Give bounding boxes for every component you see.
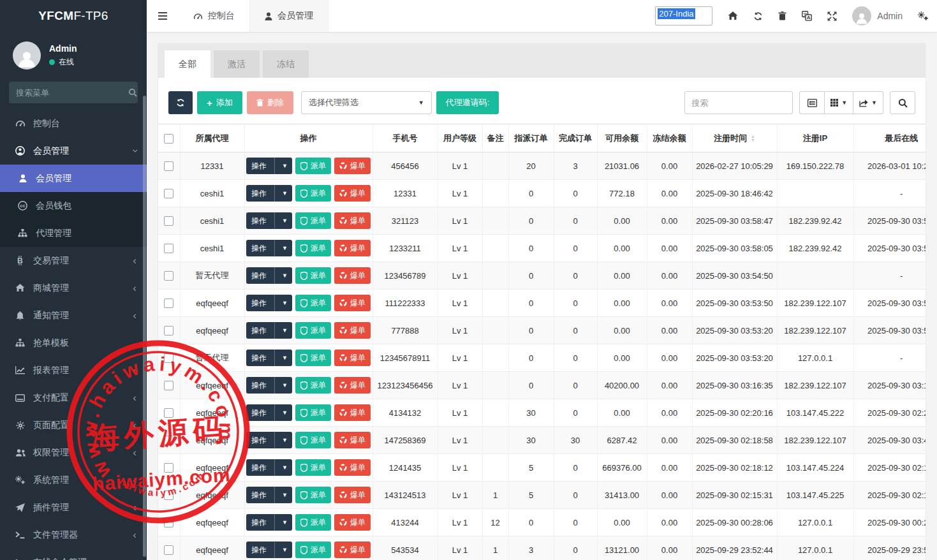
burst-order-button[interactable]: 爆单 [334,185,371,202]
operate-dropdown-button[interactable]: 操作▼ [246,267,292,284]
row-checkbox[interactable] [164,490,173,500]
operate-dropdown-button[interactable]: 操作▼ [246,158,292,174]
hamburger-icon[interactable] [147,11,179,20]
burst-order-button[interactable]: 爆单 [334,295,371,311]
column-header[interactable]: 注册时间▲▼ [692,124,777,152]
operate-dropdown-button[interactable]: 操作▼ [246,350,292,366]
row-checkbox[interactable] [164,161,173,171]
sidebar-item[interactable]: 权限管理‹ [0,439,147,466]
columns-button[interactable]: ▼ [825,91,853,114]
operate-dropdown-button[interactable]: 操作▼ [246,487,292,503]
invite-code-button[interactable]: 代理邀请码: [436,91,499,114]
tab-dashboard[interactable]: 控制台 [179,0,249,32]
row-checkbox[interactable] [164,545,173,555]
dispatch-order-button[interactable]: 派单 [295,487,331,503]
operate-dropdown-button[interactable]: 操作▼ [246,240,292,256]
sidebar-item[interactable]: 会员管理‹ [0,137,147,165]
operate-dropdown-button[interactable]: 操作▼ [246,459,292,476]
burst-order-button[interactable]: 爆单 [334,240,371,256]
tab-frozen[interactable]: 冻结 [263,50,309,78]
detail-view-button[interactable] [799,91,825,114]
trash-icon[interactable] [778,11,786,20]
burst-order-button[interactable]: 爆单 [334,404,371,421]
dispatch-order-button[interactable]: 派单 [295,432,331,448]
search-icon[interactable] [128,88,137,97]
burst-order-button[interactable]: 爆单 [334,267,371,284]
sidebar-item[interactable]: 控制台 [0,110,147,137]
refresh-button[interactable] [168,91,193,114]
operate-dropdown-button[interactable]: 操作▼ [246,542,292,558]
tab-active[interactable]: 激活 [214,50,260,78]
row-checkbox[interactable] [164,189,173,198]
dispatch-order-button[interactable]: 派单 [295,158,331,174]
burst-order-button[interactable]: 爆单 [334,377,371,394]
agent-filter-select[interactable]: 选择代理筛选 ▼ [301,91,432,114]
search-button[interactable] [890,91,915,114]
row-checkbox[interactable] [164,271,173,281]
dispatch-order-button[interactable]: 派单 [295,212,331,229]
sidebar-item[interactable]: 插件管理‹ [0,494,147,521]
dispatch-order-button[interactable]: 派单 [295,377,331,394]
add-button[interactable]: + 添加 [197,91,242,114]
operate-dropdown-button[interactable]: 操作▼ [246,322,292,339]
row-checkbox[interactable] [164,244,173,253]
row-checkbox[interactable] [164,518,173,527]
tab-all[interactable]: 全部 [165,50,210,78]
row-checkbox[interactable] [164,436,173,445]
quick-search-input[interactable]: 207-India [655,6,712,26]
dispatch-order-button[interactable]: 派单 [295,185,331,202]
row-checkbox[interactable] [164,353,173,363]
row-checkbox[interactable] [164,381,173,390]
dispatch-order-button[interactable]: 派单 [295,350,331,366]
operate-dropdown-button[interactable]: 操作▼ [246,514,292,531]
refresh-icon[interactable] [753,11,763,21]
row-checkbox[interactable] [164,463,173,473]
fullscreen-icon[interactable] [827,11,837,21]
row-checkbox[interactable] [164,408,173,418]
table-search-input[interactable] [684,91,793,114]
sidebar-item[interactable]: 通知管理‹ [0,302,147,329]
export-button[interactable]: ▼ [853,91,883,114]
operate-dropdown-button[interactable]: 操作▼ [246,295,292,311]
dispatch-order-button[interactable]: 派单 [295,542,331,558]
dispatch-order-button[interactable]: 派单 [295,404,331,421]
row-checkbox[interactable] [164,298,173,308]
sidebar-item[interactable]: 文件管理器‹ [0,521,147,549]
sidebar-item[interactable]: B交易管理‹ [0,247,147,274]
row-checkbox[interactable] [164,326,173,335]
row-checkbox[interactable] [164,216,173,226]
sidebar-item[interactable]: 商城管理‹ [0,274,147,302]
burst-order-button[interactable]: 爆单 [334,212,371,229]
sidebar-item[interactable]: 支付配置‹ [0,384,147,411]
dispatch-order-button[interactable]: 派单 [295,240,331,256]
burst-order-button[interactable]: 爆单 [334,514,371,531]
tab-members[interactable]: 会员管理 [249,0,328,32]
sidebar-subitem[interactable]: 代理管理 [0,219,147,247]
sidebar-item[interactable]: 在线命令管理 [0,549,147,560]
burst-order-button[interactable]: 爆单 [334,542,371,558]
sidebar-item[interactable]: 系统管理‹ [0,466,147,494]
operate-dropdown-button[interactable]: 操作▼ [246,432,292,448]
operate-dropdown-button[interactable]: 操作▼ [246,377,292,394]
sort-icon[interactable]: ▲▼ [751,135,755,143]
select-all-checkbox[interactable] [164,134,173,144]
user-menu[interactable]: Admin [852,6,903,26]
sidebar-item[interactable]: 页面配置‹ [0,411,147,439]
burst-order-button[interactable]: 爆单 [334,487,371,503]
dispatch-order-button[interactable]: 派单 [295,322,331,339]
dispatch-order-button[interactable]: 派单 [295,459,331,476]
sidebar-scrollbar[interactable] [143,96,146,557]
burst-order-button[interactable]: 爆单 [334,322,371,339]
burst-order-button[interactable]: 爆单 [334,432,371,448]
translate-icon[interactable]: 文A [802,11,812,21]
operate-dropdown-button[interactable]: 操作▼ [246,212,292,229]
operate-dropdown-button[interactable]: 操作▼ [246,185,292,202]
burst-order-button[interactable]: 爆单 [334,350,371,366]
settings-gears-icon[interactable] [918,11,929,21]
dispatch-order-button[interactable]: 派单 [295,295,331,311]
sidebar-item[interactable]: 报表管理‹ [0,357,147,384]
burst-order-button[interactable]: 爆单 [334,459,371,476]
burst-order-button[interactable]: 爆单 [334,158,371,174]
dispatch-order-button[interactable]: 派单 [295,514,331,531]
home-icon[interactable] [728,11,738,20]
